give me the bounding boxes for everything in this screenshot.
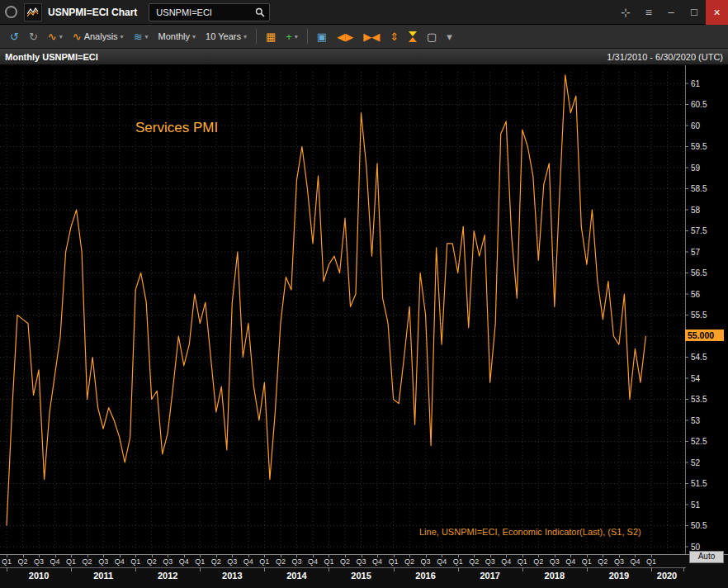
channel-link-icon[interactable] (5, 6, 17, 18)
toolbar-line-style[interactable]: ∿▾ (43, 30, 68, 44)
chart-header: Monthly USNPMI=ECI 1/31/2010 - 6/30/2020… (0, 49, 728, 65)
x-quarter-label: Q4 (50, 557, 60, 566)
maximize-button[interactable]: □ (683, 0, 706, 25)
analysis-icon: ∿ (73, 31, 82, 42)
svg-text:57: 57 (691, 248, 701, 257)
search-icon[interactable] (255, 7, 265, 17)
x-quarter-label: Q3 (421, 557, 431, 566)
svg-text:60.5: 60.5 (691, 100, 707, 109)
x-year-tick (587, 567, 588, 571)
chart-grid (0, 72, 683, 552)
symbol-search-value[interactable]: USNPMI=ECI (156, 7, 212, 17)
toolbar-analysis[interactable]: ∿Analysis▾ (68, 30, 129, 44)
toolbar-range[interactable]: 10 Years▾ (201, 30, 252, 43)
toolbar-more-tools[interactable]: ▾ (442, 30, 457, 44)
snapshot-icon: ▢ (427, 31, 437, 42)
popout-icon[interactable]: ⊹ (613, 6, 638, 19)
toolbar-pan-left-right[interactable]: ◀▶ (332, 30, 358, 44)
symbol-search[interactable]: USNPMI=ECI (149, 3, 270, 21)
svg-text:58.5: 58.5 (691, 184, 707, 193)
x-year-tick (7, 567, 7, 571)
x-quarter-tick (71, 555, 72, 557)
toolbar-back[interactable]: ↺ (5, 30, 24, 44)
chart-svg: 5050.55151.55252.55353.55454.555.55656.5… (0, 65, 728, 554)
x-quarter-label: Q4 (179, 557, 189, 566)
svg-text:56: 56 (691, 290, 701, 299)
toolbar-fit-vertical[interactable]: ⇕ (385, 30, 404, 44)
x-year-label: 2010 (29, 571, 49, 581)
x-quarter-label: Q1 (2, 557, 12, 566)
x-quarter-tick (345, 555, 346, 557)
caret-down-icon: ▾ (59, 33, 63, 40)
x-year-tick (394, 567, 395, 571)
toolbar-chart-type[interactable]: ▦ (261, 30, 281, 44)
x-quarter-tick (426, 555, 427, 557)
x-quarter-label: Q4 (308, 557, 318, 566)
minimize-button[interactable]: – (659, 0, 683, 25)
fit-vertical-icon: ⇕ (390, 31, 399, 42)
svg-text:56.5: 56.5 (691, 268, 707, 277)
x-quarter-label: Q1 (259, 557, 269, 566)
toolbar-forward[interactable]: ↻ (24, 30, 43, 44)
x-quarter-label: Q2 (404, 557, 414, 566)
x-year-tick (458, 567, 459, 571)
x-quarter-tick (23, 555, 24, 557)
chart-legend: Line, USNPMI=ECI, Economic Indicator(Las… (419, 501, 641, 554)
auto-scale-button[interactable]: Auto (689, 551, 724, 563)
range-label: 10 Years (206, 31, 241, 41)
x-quarter-tick (216, 555, 217, 557)
x-quarter-tick (329, 555, 329, 557)
back-icon: ↺ (10, 31, 19, 42)
toolbar-waves[interactable]: ≋▾ (129, 30, 154, 44)
hourglass-icon (409, 31, 417, 42)
x-quarter-tick (506, 555, 507, 557)
x-quarter-tick (587, 555, 588, 557)
svg-text:50: 50 (691, 543, 701, 552)
toolbar-hourglass[interactable] (404, 30, 422, 44)
x-quarter-tick (570, 555, 571, 557)
x-quarter-label: Q1 (582, 557, 592, 566)
x-quarter-tick (232, 555, 233, 557)
svg-text:51.5: 51.5 (691, 479, 707, 488)
x-quarter-label: Q1 (389, 557, 399, 566)
toolbar-interval[interactable]: Monthly▾ (154, 30, 201, 43)
x-quarter-label: Q3 (357, 557, 366, 566)
x-quarter-tick (394, 555, 395, 557)
svg-text:54: 54 (691, 374, 701, 383)
toolbar-add-analysis[interactable]: +▾ (281, 30, 303, 44)
x-quarter-label: Q3 (550, 557, 560, 566)
caret-down-icon: ▾ (121, 33, 124, 40)
x-year-tick (683, 567, 684, 571)
x-quarter-tick (152, 555, 153, 557)
x-quarter-label: Q3 (485, 557, 495, 566)
x-year-tick (71, 567, 72, 571)
x-year-label: 2019 (609, 571, 629, 581)
x-quarter-label: Q2 (598, 557, 607, 566)
x-quarter-tick (248, 555, 249, 557)
chart-area[interactable]: 5050.55151.55252.55353.55454.555.55656.5… (0, 65, 728, 554)
toolbar-snapshot[interactable]: ▢ (422, 30, 442, 44)
chart-title: Monthly USNPMI=ECI (5, 52, 98, 62)
svg-text:57.5: 57.5 (691, 226, 707, 235)
toolbar-new-window[interactable]: ▣ (312, 30, 332, 44)
x-quarter-label: Q3 (227, 557, 237, 566)
x-quarter-tick (603, 555, 603, 557)
chart-annotation: Services PMI (135, 120, 218, 136)
x-quarter-tick (522, 555, 523, 557)
x-quarter-label: Q1 (453, 557, 463, 566)
x-axis: Q1Q2Q3Q4Q1Q2Q3Q4Q1Q2Q3Q4Q1Q2Q3Q4Q1Q2Q3Q4… (0, 554, 728, 588)
more-tools-icon: ▾ (447, 31, 452, 42)
x-quarter-tick (281, 555, 281, 557)
x-quarter-label: Q4 (372, 557, 382, 566)
toolbar-zoom-in-out[interactable]: ▶◀ (358, 30, 385, 44)
analysis-label: Analysis (84, 31, 118, 41)
x-year-tick (200, 567, 201, 571)
x-quarter-tick (362, 555, 362, 557)
svg-text:52: 52 (691, 458, 701, 467)
menu-icon[interactable]: ≡ (638, 6, 659, 19)
svg-text:61: 61 (691, 79, 701, 88)
interval-label: Monthly (158, 31, 191, 41)
x-quarter-label: Q4 (437, 557, 447, 566)
x-quarter-tick (490, 555, 491, 557)
close-button[interactable]: × (706, 0, 728, 25)
